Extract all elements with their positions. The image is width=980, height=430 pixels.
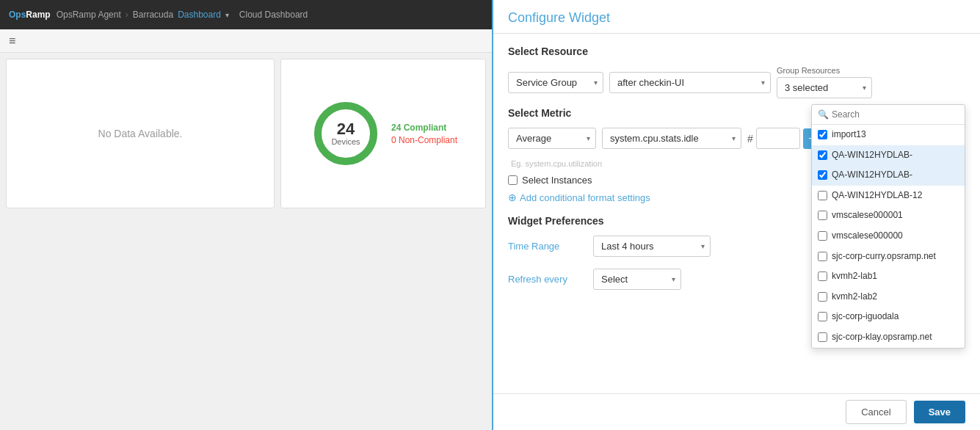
dropdown-item[interactable]: QA-WIN12HYDLAB-	[812, 165, 965, 186]
group-resources-wrapper: Group Resources 3 selected ▾	[777, 66, 872, 98]
no-data-text: No Data Available.	[98, 128, 183, 139]
refresh-select[interactable]: Select	[593, 269, 681, 290]
time-range-select[interactable]: Last 4 hours	[593, 236, 711, 257]
dropdown-item-checkbox[interactable]	[818, 150, 827, 160]
nav-agent: OpsRamp Agent	[57, 10, 121, 20]
dropdown-item-label: sjc-corp-curry.opsramp.net	[832, 251, 936, 263]
metric-select[interactable]: system.cpu.stats.idle	[602, 128, 741, 149]
devices-stats: 24 Compliant 0 Non-Compliant	[391, 123, 457, 145]
dashboard-area: OpsRamp OpsRamp Agent › Barracuda Dashbo…	[0, 0, 492, 430]
devices-number: 24	[331, 121, 360, 137]
resource-form-row: Service Group ▾ after checkin-UI ▾ Group…	[508, 66, 965, 98]
dropdown-item-label: vmscalese000000	[832, 230, 903, 242]
select-instances-checkbox[interactable]	[508, 175, 518, 185]
dropdown-item[interactable]: vmscalese000000	[812, 226, 965, 247]
refresh-wrapper: Select ▾	[593, 269, 681, 290]
hamburger-bar: ≡	[0, 29, 492, 53]
compliant-stat: 24 Compliant	[391, 123, 457, 133]
cancel-button[interactable]: Cancel	[846, 400, 906, 424]
configure-widget-panel: Configure Widget Select Resource Service…	[492, 0, 980, 430]
nav-dashboard[interactable]: Dashboard	[178, 10, 221, 20]
dropdown-search-input[interactable]	[832, 109, 959, 120]
dropdown-item-label: import13	[832, 129, 866, 141]
hash-input-wrapper: # +	[747, 128, 821, 149]
dropdown-item[interactable]: sjc-corp-klay.opsramp.net	[812, 327, 965, 348]
refresh-label: Refresh every	[508, 274, 581, 285]
noncompliant-stat: 0 Non-Compliant	[391, 135, 457, 145]
select-resource-title: Select Resource	[508, 45, 965, 57]
breadcrumb-sep1: ›	[126, 10, 128, 20]
dropdown-item-checkbox[interactable]	[818, 252, 827, 261]
group-resources-dropdown: 🔍 import13QA-WIN12HYDLAB-QA-WIN12HYDLAB-…	[811, 104, 965, 349]
service-group-wrapper: Service Group ▾	[508, 72, 603, 93]
dropdown-item-label: QA-WIN12HYDLAB-	[832, 170, 912, 181]
dropdown-item[interactable]: kvmh2-lab2	[812, 287, 965, 307]
devices-label: Devices	[331, 137, 360, 146]
average-select[interactable]: Average	[508, 128, 596, 149]
dropdown-item-checkbox[interactable]	[818, 191, 827, 200]
dropdown-item-checkbox[interactable]	[818, 211, 827, 220]
config-header: Configure Widget	[493, 0, 980, 34]
dropdown-item-checkbox[interactable]	[818, 292, 827, 302]
dropdown-item-checkbox[interactable]	[818, 130, 827, 139]
checkin-wrapper: after checkin-UI ▾	[609, 72, 771, 93]
group-resources-select-wrapper: 3 selected ▾	[777, 77, 872, 98]
hash-symbol: #	[747, 133, 753, 145]
breadcrumb: OpsRamp Agent › Barracuda Dashboard ▾ Cl…	[57, 10, 308, 20]
dropdown-search-bar: 🔍	[812, 105, 965, 125]
dropdown-item-label: sjc-corp-iguodala	[832, 311, 899, 323]
service-group-select[interactable]: Service Group	[508, 72, 603, 93]
dropdown-item[interactable]: sjc-corp-curry.opsramp.net	[812, 247, 965, 267]
app-logo: OpsRamp	[9, 10, 51, 20]
nav-cloud[interactable]: Cloud Dashboard	[239, 10, 308, 20]
conditional-format-label: Add conditional format settings	[520, 192, 650, 203]
dropdown-item[interactable]: QA-WIN12HYDLAB-	[812, 145, 965, 166]
dropdown-item-checkbox[interactable]	[818, 332, 827, 342]
dropdown-item-label: QA-WIN12HYDLAB-12	[832, 190, 922, 202]
devices-panel: 24 Devices 24 Compliant 0 Non-Compliant	[280, 59, 486, 208]
dropdown-item[interactable]: kvmh2-lab1	[812, 266, 965, 287]
select-instances-label[interactable]: Select Instances	[522, 175, 592, 186]
conditional-plus-icon: ⊕	[508, 192, 517, 203]
metric-placeholder: Eg. system.cpu.utilization	[511, 159, 602, 168]
search-icon: 🔍	[818, 109, 829, 120]
dashboard-dropdown-arrow[interactable]: ▾	[225, 11, 229, 19]
time-range-label: Time Range	[508, 241, 581, 252]
config-footer: Cancel Save	[493, 393, 980, 430]
dropdown-item[interactable]: sjc-corp-iguodala	[812, 307, 965, 327]
donut-chart: 24 Devices	[309, 97, 382, 170]
dropdown-item-checkbox[interactable]	[818, 312, 827, 321]
dropdown-item[interactable]: vmscalese000001	[812, 205, 965, 226]
dropdown-item-label: kvmh2-lab2	[832, 291, 877, 303]
dropdown-item-checkbox[interactable]	[818, 272, 827, 281]
dropdown-list: import13QA-WIN12HYDLAB-QA-WIN12HYDLAB-QA…	[812, 125, 965, 348]
no-data-panel: No Data Available.	[6, 59, 275, 208]
top-nav: OpsRamp OpsRamp Agent › Barracuda Dashbo…	[0, 0, 492, 29]
dropdown-item-label: vmscalese000001	[832, 210, 903, 222]
dropdown-item-checkbox[interactable]	[818, 170, 827, 180]
average-wrapper: Average ▾	[508, 128, 596, 149]
group-resources-label: Group Resources	[777, 66, 872, 75]
group-resources-select[interactable]: 3 selected	[777, 77, 872, 98]
nav-barracuda: Barracuda	[133, 10, 173, 20]
panels-row: No Data Available. 24 Devices 24 Complia…	[0, 53, 492, 214]
checkin-select[interactable]: after checkin-UI	[609, 72, 771, 93]
donut-center: 24 Devices	[331, 121, 360, 146]
hash-input[interactable]	[756, 128, 800, 149]
hamburger-icon[interactable]: ≡	[9, 34, 15, 48]
dropdown-item-label: QA-WIN12HYDLAB-	[832, 150, 912, 161]
config-title: Configure Widget	[508, 10, 965, 26]
time-range-wrapper: Last 4 hours ▾	[593, 236, 711, 257]
dropdown-item[interactable]: import13	[812, 125, 965, 145]
devices-inner: 24 Devices 24 Compliant 0 Non-Compliant	[281, 88, 485, 179]
metric-wrapper: system.cpu.stats.idle ▾	[602, 128, 741, 149]
dropdown-item-checkbox[interactable]	[818, 231, 827, 241]
dropdown-item-label: sjc-corp-klay.opsramp.net	[832, 332, 932, 343]
dropdown-item[interactable]: QA-WIN12HYDLAB-12	[812, 186, 965, 206]
save-button[interactable]: Save	[914, 401, 965, 423]
dropdown-item-label: kvmh2-lab1	[832, 271, 877, 283]
